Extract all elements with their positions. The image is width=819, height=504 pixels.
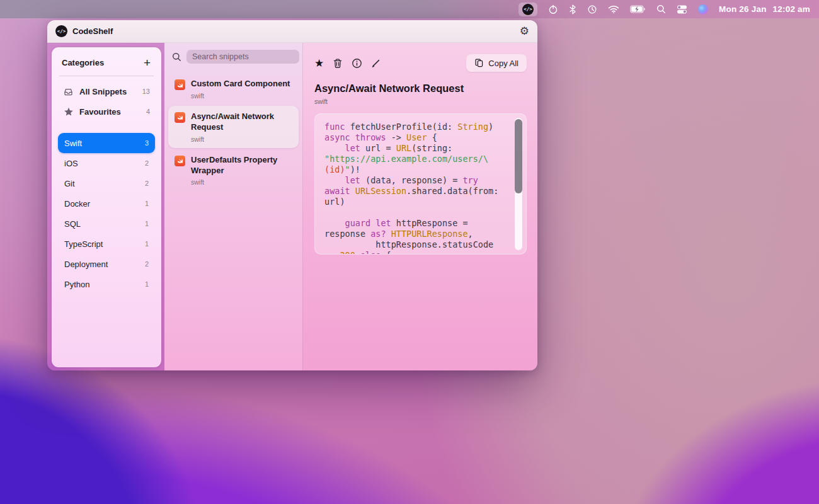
code-line: async throws -> User {	[324, 132, 507, 143]
swift-file-icon	[175, 156, 185, 166]
swift-file-icon	[175, 79, 185, 90]
code-line: func fetchUserProfile(id: String)	[324, 122, 507, 132]
code-line: guard let httpResponse =	[324, 218, 507, 229]
add-category-button[interactable]: +	[142, 57, 152, 69]
wifi-icon[interactable]	[608, 3, 619, 16]
snippet-item-async-await-network-request[interactable]: Async/Await Network Requestswift	[168, 106, 299, 148]
control-center-icon[interactable]	[677, 3, 687, 16]
tray-icon	[63, 87, 74, 96]
code-line: "https://api.example.com/users/\	[324, 154, 507, 164]
detail-pane: ★	[303, 43, 537, 370]
code-line: url)	[324, 197, 507, 207]
snippet-detail-title: Async/Await Network Request	[314, 83, 526, 94]
snippet-detail-language: swift	[314, 98, 526, 105]
title-bar[interactable]: </> CodeShelf ⚙	[47, 20, 537, 43]
code-content: func fetchUserProfile(id: String)async t…	[324, 122, 507, 255]
edit-pencil-icon[interactable]	[371, 58, 381, 68]
pinned-list: All Snippets13Favourites4	[58, 81, 155, 122]
category-item-ios[interactable]: iOS2	[58, 153, 155, 173]
sidebar-divider	[59, 76, 154, 76]
copy-icon	[474, 58, 484, 68]
category-item-python[interactable]: Python1	[58, 274, 155, 294]
sidebar-item-favourites[interactable]: Favourites4	[58, 101, 155, 122]
code-line: await URLSession.shared.data(from:	[324, 186, 507, 197]
time-machine-icon[interactable]	[587, 3, 597, 16]
category-item-docker[interactable]: Docker1	[58, 193, 155, 214]
code-line	[324, 207, 507, 218]
sidebar-item-all-snippets[interactable]: All Snippets13	[58, 81, 155, 101]
code-line: (id)")!	[324, 164, 507, 175]
code-line: let url = URL(string:	[324, 143, 507, 154]
siri-icon[interactable]	[698, 3, 708, 16]
app-logo-icon: </>	[55, 25, 67, 37]
spotlight-icon[interactable]	[656, 3, 666, 16]
copy-all-label: Copy All	[488, 59, 518, 68]
snippet-item-userdefaults-property-wrapper[interactable]: UserDefaults Property Wrapperswift	[168, 149, 299, 192]
category-item-deployment[interactable]: Deployment2	[58, 254, 155, 274]
code-viewer[interactable]: func fetchUserProfile(id: String)async t…	[314, 113, 527, 255]
category-item-typescript[interactable]: TypeScript1	[58, 234, 155, 254]
code-line: == 200 else {	[324, 250, 507, 255]
menu-bar: </>	[0, 0, 819, 18]
codeshelf-menubar-icon[interactable]: </>	[518, 3, 537, 16]
menubar-time: 12:02 am	[773, 4, 810, 14]
code-line: let (data, response) = try	[324, 175, 507, 186]
sidebar-panel: Categories + All Snippets13Favourites4 S…	[52, 47, 161, 367]
code-line: httpResponse.statusCode	[324, 239, 507, 250]
app-title: CodeShelf	[72, 26, 113, 36]
menubar-date: Mon 26 Jan	[719, 4, 767, 14]
info-icon[interactable]	[352, 58, 362, 69]
category-list: Swift3iOS2Git2Docker1SQL1TypeScript1Depl…	[58, 133, 155, 294]
sidebar-column: Categories + All Snippets13Favourites4 S…	[47, 43, 164, 370]
snippet-list-column: Custom Card ComponentswiftAsync/Await Ne…	[164, 43, 303, 370]
code-scrollbar-thumb[interactable]	[515, 119, 522, 193]
codeshelf-window: </> CodeShelf ⚙ Categories + All Snippet…	[47, 20, 537, 370]
settings-gear-icon[interactable]: ⚙	[520, 26, 529, 37]
swift-file-icon	[175, 112, 185, 123]
snippet-list: Custom Card ComponentswiftAsync/Await Ne…	[164, 69, 302, 192]
category-item-swift[interactable]: Swift3	[58, 133, 155, 153]
snippet-item-custom-card-component[interactable]: Custom Card Componentswift	[168, 73, 299, 105]
code-scrollbar-track[interactable]	[515, 118, 522, 250]
search-input[interactable]	[186, 50, 299, 64]
category-item-git[interactable]: Git2	[58, 173, 155, 193]
favourite-star-icon[interactable]: ★	[314, 58, 324, 69]
battery-charging-icon[interactable]	[630, 3, 646, 16]
copy-all-button[interactable]: Copy All	[466, 54, 527, 72]
menubar-clock[interactable]: Mon 26 Jan 12:02 am	[719, 4, 810, 14]
search-icon	[172, 52, 181, 62]
star-icon	[63, 107, 74, 117]
delete-trash-icon[interactable]	[333, 58, 343, 69]
categories-header: Categories	[62, 58, 104, 67]
code-line: response as? HTTPURLResponse,	[324, 229, 507, 239]
category-item-sql[interactable]: SQL1	[58, 214, 155, 234]
bluetooth-icon[interactable]	[569, 3, 576, 16]
power-icon[interactable]	[548, 3, 558, 16]
